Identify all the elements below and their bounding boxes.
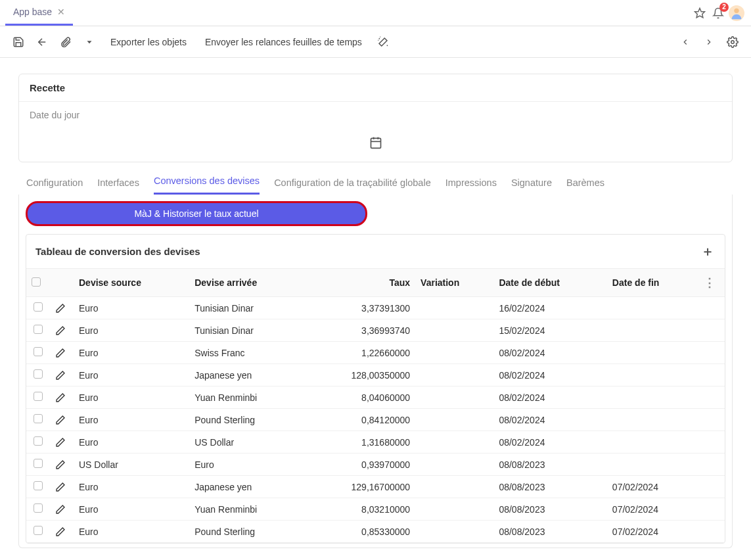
calendar-icon <box>369 136 382 149</box>
cell-devise-source: Euro <box>74 521 189 543</box>
cell-taux: 0,85330000 <box>305 521 415 543</box>
maj-historiser-button[interactable]: MàJ & Historiser le taux actuel <box>26 201 367 226</box>
send-timesheet-reminders-button[interactable]: Envoyer les relances feuilles de temps <box>197 37 370 47</box>
notifications-bell-icon[interactable]: 2 <box>709 4 727 22</box>
tab-signature[interactable]: Signature <box>511 177 552 195</box>
edit-row-icon[interactable] <box>50 364 74 386</box>
table-row[interactable]: EuroPound Sterling0,8412000008/02/2024 <box>26 409 725 431</box>
table-row[interactable]: EuroSwiss Franc1,2266000008/02/2024 <box>26 342 725 364</box>
tab-interfaces[interactable]: Interfaces <box>97 177 139 195</box>
chevron-down-icon[interactable] <box>79 32 100 53</box>
cell-variation <box>415 319 493 342</box>
row-checkbox[interactable] <box>34 436 43 446</box>
next-record-icon[interactable] <box>698 32 719 53</box>
table-row[interactable]: EuroYuan Renminbi8,0406000008/02/2024 <box>26 386 725 409</box>
cell-variation <box>415 498 493 521</box>
cell-variation <box>415 364 493 386</box>
date-du-jour-label: Date du jour <box>30 110 721 120</box>
cell-taux: 1,22660000 <box>305 342 415 364</box>
app-tab-appbase[interactable]: App base ✕ <box>5 0 73 26</box>
tab-baremes[interactable]: Barèmes <box>566 177 604 195</box>
recette-title: Recette <box>19 74 732 102</box>
row-checkbox[interactable] <box>34 369 43 379</box>
svg-marker-0 <box>695 8 705 17</box>
table-row[interactable]: EuroYuan Renminbi8,0321000008/08/202307/… <box>26 498 725 521</box>
edit-row-icon[interactable] <box>50 319 74 342</box>
cell-devise-source: Euro <box>74 297 189 319</box>
user-avatar[interactable] <box>727 4 746 22</box>
cell-taux: 128,00350000 <box>305 364 415 386</box>
back-arrow-icon[interactable] <box>32 32 53 53</box>
cell-devise-source: US Dollar <box>74 454 189 476</box>
row-checkbox[interactable] <box>34 347 43 356</box>
add-row-icon[interactable]: ＋ <box>700 243 716 260</box>
tab-configuration[interactable]: Configuration <box>26 177 83 195</box>
date-input[interactable] <box>30 136 721 151</box>
gear-icon[interactable] <box>722 32 743 53</box>
edit-row-icon[interactable] <box>50 297 74 319</box>
save-icon[interactable] <box>8 32 29 53</box>
cell-date-debut: 08/02/2024 <box>493 431 606 454</box>
cell-variation <box>415 386 493 409</box>
cell-devise-arrivee: Yuan Renminbi <box>189 498 305 521</box>
cell-devise-source: Euro <box>74 364 189 386</box>
row-checkbox[interactable] <box>34 325 43 334</box>
prev-record-icon[interactable] <box>675 32 696 53</box>
col-variation[interactable]: Variation <box>415 269 493 297</box>
recette-panel: Recette Date du jour <box>18 74 733 162</box>
cell-date-debut: 08/08/2023 <box>493 521 606 543</box>
edit-row-icon[interactable] <box>50 386 74 409</box>
cell-date-fin <box>607 342 698 364</box>
close-icon[interactable]: ✕ <box>57 7 65 17</box>
table-row[interactable]: US DollarEuro0,9397000008/08/2023 <box>26 454 725 476</box>
cell-date-debut: 08/08/2023 <box>493 476 606 498</box>
export-objects-button[interactable]: Exporter les objets <box>102 37 194 47</box>
row-checkbox[interactable] <box>34 481 43 490</box>
tab-conversions-devises[interactable]: Conversions des devises <box>154 175 260 195</box>
cell-devise-arrivee: Tunisian Dinar <box>189 319 305 342</box>
top-tab-bar: App base ✕ 2 <box>0 0 751 26</box>
select-all-checkbox[interactable] <box>32 277 41 287</box>
edit-row-icon[interactable] <box>50 498 74 521</box>
cell-date-debut: 08/02/2024 <box>493 364 606 386</box>
table-row[interactable]: EuroTunisian Dinar3,3699374015/02/2024 <box>26 319 725 342</box>
cell-date-debut: 08/02/2024 <box>493 342 606 364</box>
col-date-debut[interactable]: Date de début <box>493 269 606 297</box>
cell-devise-arrivee: Pound Sterling <box>189 409 305 431</box>
edit-row-icon[interactable] <box>50 454 74 476</box>
table-row[interactable]: EuroUS Dollar1,3168000008/02/2024 <box>26 431 725 454</box>
edit-row-icon[interactable] <box>50 342 74 364</box>
attachment-icon[interactable] <box>55 32 76 53</box>
cell-date-fin: 07/02/2024 <box>607 498 698 521</box>
col-devise-arrivee[interactable]: Devise arrivée <box>189 269 305 297</box>
table-row[interactable]: EuroJapanese yen129,1670000008/08/202307… <box>26 476 725 498</box>
tab-tracabilite[interactable]: Configuration de la traçabilité globale <box>274 177 431 195</box>
row-checkbox[interactable] <box>34 459 43 468</box>
edit-row-icon[interactable] <box>50 431 74 454</box>
favorite-star-icon[interactable] <box>691 4 709 22</box>
row-checkbox[interactable] <box>34 302 43 312</box>
cell-variation <box>415 297 493 319</box>
cell-taux: 8,04060000 <box>305 386 415 409</box>
edit-row-icon[interactable] <box>50 521 74 543</box>
column-options-icon[interactable]: ⋮ <box>704 276 719 289</box>
col-taux[interactable]: Taux <box>305 269 415 297</box>
cell-devise-source: Euro <box>74 476 189 498</box>
row-checkbox[interactable] <box>34 414 43 423</box>
cell-date-fin <box>607 364 698 386</box>
col-devise-source[interactable]: Devise source <box>74 269 189 297</box>
tab-impressions[interactable]: Impressions <box>445 177 497 195</box>
table-row[interactable]: EuroPound Sterling0,8533000008/08/202307… <box>26 521 725 543</box>
table-row[interactable]: EuroTunisian Dinar3,3739130016/02/2024 <box>26 297 725 319</box>
edit-row-icon[interactable] <box>50 476 74 498</box>
row-checkbox[interactable] <box>34 392 43 401</box>
table-row[interactable]: EuroJapanese yen128,0035000008/02/2024 <box>26 364 725 386</box>
cell-date-fin <box>607 386 698 409</box>
col-date-fin[interactable]: Date de fin <box>607 269 698 297</box>
row-checkbox[interactable] <box>34 503 43 513</box>
cell-date-debut: 16/02/2024 <box>493 297 606 319</box>
magic-wand-icon[interactable] <box>373 32 394 53</box>
edit-row-icon[interactable] <box>50 409 74 431</box>
cell-variation <box>415 521 493 543</box>
row-checkbox[interactable] <box>34 526 43 535</box>
